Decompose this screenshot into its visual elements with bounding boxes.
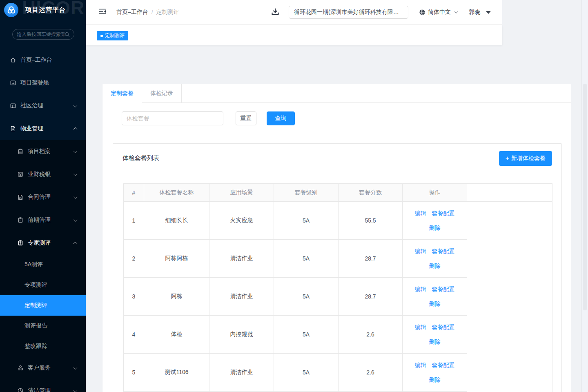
app-logo-row: 项目运营平台 [4,3,66,17]
delete-link[interactable]: 删除 [429,339,441,345]
tab-checkup-record[interactable]: 体检记录 [142,84,182,102]
sidebar-item-special-evaluation[interactable]: 专项测评 [0,275,86,295]
sidebar-menu: 首页–工作台项目驾驶舱社区治理物业管理项目档案业财税银合同管理前期管理专家测评5… [0,52,86,392]
sidebar-item-project-archive[interactable]: 项目档案 [0,143,86,160]
scene-cell: 火灾应急 [209,202,274,240]
sidebar-item-label: 5A测评 [24,261,43,268]
chevron-down-icon [74,365,78,370]
row-index-cell: 2 [124,240,144,278]
home-icon [10,57,16,63]
edit-link[interactable]: 编辑 [415,286,426,292]
sidebar-item-label: 项目驾驶舱 [20,79,49,87]
breadcrumb-separator: / [151,9,153,16]
delete-link[interactable]: 删除 [429,225,441,231]
sidebar-item-finance-tax-bank[interactable]: 业财税银 [0,166,86,183]
breadcrumb-item-current: 定制测评 [156,9,179,16]
scene-cell: 内控规范 [209,316,274,354]
window-scrollbar[interactable] [581,0,588,392]
edit-link[interactable]: 编辑 [415,248,426,254]
top-header: 首页–工作台 / 定制测评 循环花园一期(深圳市美好循环科技有限… 简体中文 郭… [86,0,502,25]
level-cell: 5A [274,278,339,316]
score-cell: 2.6 [339,354,403,392]
chevron-down-icon [74,218,78,222]
table-header-cell: 套餐分数 [339,184,403,202]
package-config-link[interactable]: 套餐配置 [432,324,455,330]
sidebar-item-cleaning-management[interactable]: 清洁管理 [0,383,86,392]
menu-search-box[interactable] [12,29,74,40]
clean-icon [17,388,24,392]
package-table: #体检套餐名称应用场景套餐级别套餐分数操作 1细细长长火灾应急5A55.5编辑套… [123,183,552,392]
download-icon[interactable] [270,7,280,17]
language-switcher[interactable]: 简体中文 [419,9,457,16]
sidebar-item-label: 业财税银 [28,171,51,178]
edit-link[interactable]: 编辑 [415,324,426,330]
sidebar-item-custom-evaluation[interactable]: 定制测评 [0,295,86,316]
sidebar-item-evaluation-report[interactable]: 测评报告 [0,316,86,336]
project-select-value: 循环花园一期(深圳市美好循环科技有限… [294,9,399,16]
level-cell: 5A [274,354,339,392]
menu-search-input[interactable] [17,31,65,37]
route-tag-bar: 定制测评 [86,25,502,45]
package-list-header: 体检套餐列表 + 新增体检套餐 [113,144,561,173]
reset-button[interactable]: 重置 [236,111,256,125]
sidebar-item-label: 前期管理 [28,216,51,224]
menu-fold-icon[interactable] [98,7,107,16]
scene-cell: 清洁作业 [209,240,274,278]
app-title: 项目运营平台 [25,6,66,14]
scene-cell: 清洁作业 [209,354,274,392]
sidebar-item-label: 测评报告 [24,322,47,330]
table-header-cell: 操作 [403,184,467,202]
package-name-cell: 阿栋 [144,278,209,316]
package-table-wrap: #体检套餐名称应用场景套餐级别套餐分数操作 1细细长长火灾应急5A55.5编辑套… [123,183,551,392]
sidebar-item-expert-evaluation[interactable]: 专家测评 [0,235,86,251]
sidebar-item-rectification-tracking[interactable]: 整改跟踪 [0,336,86,356]
sidebar-item-contract-management[interactable]: 合同管理 [0,189,86,205]
package-config-link[interactable]: 套餐配置 [432,248,455,254]
user-menu[interactable]: 郭晓 [469,9,491,16]
table-header-cell: # [124,184,144,202]
package-name-cell: 测试1106 [144,354,209,392]
tab-custom-package[interactable]: 定制套餐 [102,84,142,103]
delete-link[interactable]: 删除 [429,376,441,383]
project-select[interactable]: 循环花园一期(深圳市美好循环科技有限… [289,6,408,19]
sidebar-item-customer-service[interactable]: 客户服务 [0,360,86,376]
sidebar-item-label: 社区治理 [20,102,43,109]
row-index-cell: 3 [124,278,144,316]
property-icon [10,125,16,132]
sidebar-item-home-workbench[interactable]: 首页–工作台 [0,52,86,68]
globe-icon [419,9,425,16]
row-index-cell: 1 [124,202,144,240]
breadcrumb-item-home[interactable]: 首页–工作台 [116,9,148,16]
level-cell: 5A [274,240,339,278]
package-search-input[interactable] [122,111,223,125]
sidebar-item-label: 物业管理 [20,125,43,132]
query-button[interactable]: 查询 [267,111,295,125]
sidebar-item-community-governance[interactable]: 社区治理 [0,98,86,114]
delete-link[interactable]: 删除 [429,301,441,307]
add-package-button[interactable]: + 新增体检套餐 [499,151,552,166]
package-config-link[interactable]: 套餐配置 [432,210,455,216]
username: 郭晓 [469,9,480,16]
package-config-link[interactable]: 套餐配置 [432,286,455,292]
sidebar-item-label: 定制测评 [24,302,47,309]
route-tag-active[interactable]: 定制测评 [97,31,128,40]
main-content-card: 定制套餐 体检记录 重置 查询 体检套餐列表 + 新增体检套餐 #体检套餐名称应… [102,84,571,392]
sidebar-item-label: 专项测评 [24,281,47,289]
sidebar-item-label: 合同管理 [28,194,51,201]
sidebar-item-project-cockpit[interactable]: 项目驾驶舱 [0,75,86,91]
scrollbar-thumb[interactable] [583,84,587,310]
sidebar-item-5a-evaluation[interactable]: 5A测评 [0,254,86,275]
table-header-filler [467,184,552,202]
package-config-link[interactable]: 套餐配置 [432,362,455,368]
sidebar-item-property-management[interactable]: 物业管理 [0,120,86,137]
scene-cell: 清洁作业 [209,278,274,316]
caret-down-icon [486,11,491,14]
edit-link[interactable]: 编辑 [415,210,426,216]
early-icon [17,217,24,223]
edit-link[interactable]: 编辑 [415,362,426,368]
chevron-down-icon [74,103,78,107]
contract-icon [17,194,24,200]
actions-cell: 编辑套餐配置删除 [403,278,467,316]
sidebar-item-early-stage-management[interactable]: 前期管理 [0,212,86,228]
delete-link[interactable]: 删除 [429,263,441,269]
